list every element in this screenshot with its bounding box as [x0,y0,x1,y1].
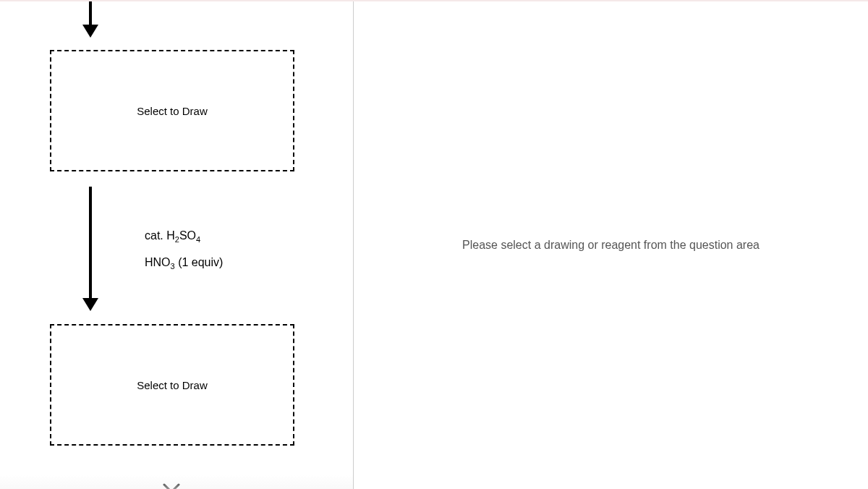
draw-box-label: Select to Draw [137,105,208,117]
reagent-subscript: 4 [196,235,200,244]
reagent-line-2[interactable]: HNO3 (1 equiv) [145,256,223,271]
draw-box-1[interactable]: Select to Draw [50,50,294,171]
reagent-text: SO [179,229,196,242]
draw-box-2[interactable]: Select to Draw [50,324,294,446]
arrow-down-icon [80,187,101,311]
main-container: Select to Draw cat. H2SO4 HNO3 (1 equiv)… [0,0,868,489]
drawing-area: Please select a drawing or reagent from … [354,1,868,489]
draw-box-label: Select to Draw [137,379,208,391]
reagent-text: (1 equiv) [175,256,224,268]
svg-marker-3 [82,298,98,311]
placeholder-message: Please select a drawing or reagent from … [462,239,760,252]
reagent-text: cat. H [145,229,175,242]
reagent-line-1[interactable]: cat. H2SO4 [145,229,200,244]
arrow-down-icon [80,1,101,38]
question-area: Select to Draw cat. H2SO4 HNO3 (1 equiv)… [0,1,353,489]
reagent-text: HNO [145,256,171,268]
svg-marker-1 [82,25,98,38]
chevron-down-icon[interactable] [163,483,180,489]
